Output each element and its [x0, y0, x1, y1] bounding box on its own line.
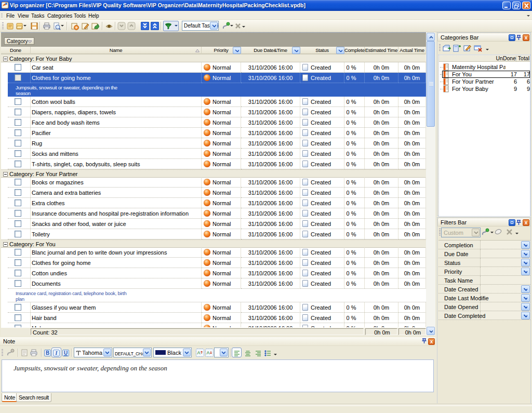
svg-text:A: A [207, 350, 210, 355]
svg-text:A: A [197, 350, 201, 355]
